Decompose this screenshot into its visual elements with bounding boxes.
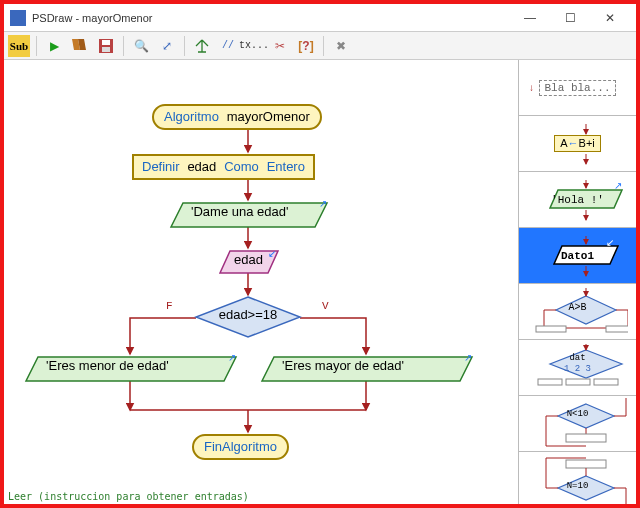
false-label: F bbox=[166, 300, 173, 312]
end-node[interactable]: FinAlgoritmo bbox=[192, 434, 289, 460]
cut-button[interactable]: ✂ bbox=[269, 35, 291, 57]
start-node[interactable]: Algoritmo mayorOmenor bbox=[152, 104, 322, 130]
svg-rect-2 bbox=[102, 47, 110, 52]
toolbar: Sub ▶ 🔍 ⤢ // tx... ✂ [?] ✖ bbox=[4, 32, 636, 60]
output-arrow-icon: ↗ bbox=[614, 180, 622, 191]
svg-rect-33 bbox=[566, 460, 606, 468]
palette-output[interactable]: 'Hola !' ↗ bbox=[519, 172, 636, 228]
decision-text: edad>=18 bbox=[194, 296, 302, 322]
app-icon bbox=[10, 10, 26, 26]
false-output-node[interactable]: 'Eres menor de edad' ↗ bbox=[24, 356, 238, 382]
output-prompt-node[interactable]: 'Dame una edad' ↗ bbox=[169, 202, 329, 228]
end-keyword: FinAlgoritmo bbox=[204, 439, 277, 454]
output-arrow-icon: ↗ bbox=[228, 352, 236, 363]
palette-comment[interactable]: ↓ Bla bla... bbox=[519, 60, 636, 116]
books-icon[interactable] bbox=[69, 35, 91, 57]
delete-button[interactable]: ✖ bbox=[330, 35, 352, 57]
svg-rect-32 bbox=[566, 434, 606, 442]
define-node[interactable]: Definir edad Como Entero bbox=[132, 154, 315, 180]
save-button[interactable] bbox=[95, 35, 117, 57]
input-arrow-icon: ↙ bbox=[268, 248, 276, 259]
close-button[interactable]: ✕ bbox=[590, 7, 630, 29]
false-output-text: 'Eres menor de edad' bbox=[38, 356, 252, 375]
zoom-button[interactable]: 🔍 bbox=[130, 35, 152, 57]
separator bbox=[184, 36, 185, 56]
algorithm-name: mayorOmenor bbox=[227, 109, 310, 124]
fit-button[interactable]: ⤢ bbox=[156, 35, 178, 57]
define-kw2: Como bbox=[224, 159, 259, 174]
input-arrow-icon: ↙ bbox=[606, 237, 614, 248]
svg-rect-1 bbox=[102, 40, 110, 45]
maximize-button[interactable]: ☐ bbox=[550, 7, 590, 29]
window-title: PSDraw - mayorOmenor bbox=[32, 12, 152, 24]
flowchart-canvas[interactable]: Algoritmo mayorOmenor Definir edad Como … bbox=[4, 60, 518, 504]
input-node[interactable]: edad ↙ bbox=[218, 250, 280, 274]
palette-repeat[interactable]: N=10 bbox=[519, 452, 636, 504]
define-var: edad bbox=[187, 159, 216, 174]
define-type: Entero bbox=[267, 159, 305, 174]
palette-input[interactable]: Dato1 ↙ bbox=[519, 228, 636, 284]
minimize-button[interactable]: — bbox=[510, 7, 550, 29]
svg-rect-29 bbox=[566, 379, 590, 385]
input-var-text: edad bbox=[226, 250, 288, 269]
ruler-button[interactable]: // bbox=[217, 35, 239, 57]
svg-rect-28 bbox=[538, 379, 562, 385]
palette-select[interactable]: dat 1 2 3 bbox=[519, 340, 636, 396]
decision-node[interactable]: edad>=18 bbox=[194, 296, 302, 338]
run-button[interactable]: ▶ bbox=[43, 35, 65, 57]
separator bbox=[36, 36, 37, 56]
sub-button[interactable]: Sub bbox=[8, 35, 30, 57]
svg-rect-25 bbox=[606, 326, 628, 332]
output-arrow-icon: ↗ bbox=[319, 198, 327, 209]
output-arrow-icon: ↗ bbox=[464, 352, 472, 363]
titlebar: PSDraw - mayorOmenor — ☐ ✕ bbox=[4, 4, 636, 32]
svg-rect-30 bbox=[594, 379, 618, 385]
true-output-text: 'Eres mayor de edad' bbox=[274, 356, 488, 375]
status-bar: Leer (instruccion para obtener entradas) bbox=[8, 491, 249, 502]
separator bbox=[323, 36, 324, 56]
text-button[interactable]: tx... bbox=[243, 35, 265, 57]
separator bbox=[123, 36, 124, 56]
svg-rect-24 bbox=[536, 326, 566, 332]
autolayout-button[interactable] bbox=[191, 35, 213, 57]
window-controls: — ☐ ✕ bbox=[510, 7, 630, 29]
define-kw1: Definir bbox=[142, 159, 180, 174]
true-output-node[interactable]: 'Eres mayor de edad' ↗ bbox=[260, 356, 474, 382]
start-keyword: Algoritmo bbox=[164, 109, 219, 124]
element-palette: ↓ Bla bla... A←B+i 'Hola !' ↗ Dato1 ↙ A>… bbox=[518, 60, 636, 504]
true-label: V bbox=[322, 300, 329, 312]
help-button[interactable]: [?] bbox=[295, 35, 317, 57]
palette-while[interactable]: N<10 bbox=[519, 396, 636, 452]
palette-assign[interactable]: A←B+i bbox=[519, 116, 636, 172]
palette-decision[interactable]: A>B bbox=[519, 284, 636, 340]
